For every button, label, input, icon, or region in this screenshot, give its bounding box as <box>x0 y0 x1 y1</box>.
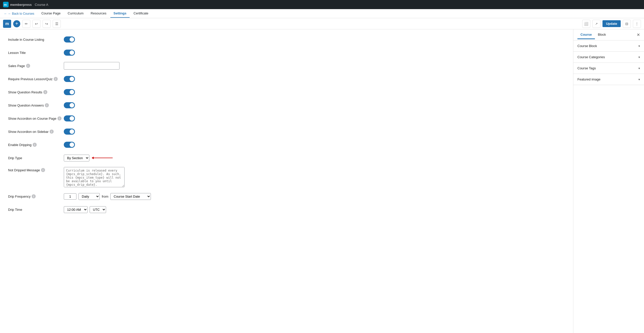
course-title: Course A <box>35 3 48 7</box>
redo-button[interactable]: ↪ <box>43 20 51 28</box>
tab-certificate[interactable]: Certificate <box>131 9 152 18</box>
include-course-listing-toggle[interactable] <box>64 36 75 43</box>
from-label: from <box>102 195 108 198</box>
drip-type-select[interactable]: By Section By Lesson By Date <box>64 155 89 161</box>
show-accordion-course-label: Show Accordion on Course Page i <box>8 116 64 120</box>
add-block-button[interactable]: + <box>13 20 20 27</box>
require-previous-info-icon[interactable]: i <box>54 77 58 81</box>
not-dripped-message-textarea[interactable]: Curriculum is released every {mpcs_drip_… <box>64 167 125 187</box>
lesson-title-row: Lesson Title <box>8 49 565 57</box>
course-block-section-label: Course Block <box>577 44 597 48</box>
show-question-answers-control <box>64 102 75 108</box>
show-accordion-sidebar-row: Show Accordion on Sidebar i <box>8 128 565 136</box>
sidebar-section-course-categories: Course Categories ▾ <box>573 52 644 63</box>
svg-text:m: m <box>4 3 7 7</box>
more-options-button[interactable]: ⋮ <box>633 20 641 28</box>
sidebar-section-course-block: Course Block ▾ <box>573 40 644 52</box>
not-dripped-message-row: Not Dripped Message i Curriculum is rele… <box>8 167 565 187</box>
sidebar-tab-block[interactable]: Block <box>595 31 609 39</box>
edit-pen-button[interactable]: ✏ <box>22 20 30 28</box>
require-previous-label: Require Previous Lesson/Quiz i <box>8 77 64 81</box>
drip-type-control: By Section By Lesson By Date <box>64 155 113 161</box>
drip-frequency-control: Daily Weekly Monthly from Course Start D… <box>64 193 151 200</box>
show-accordion-course-control <box>64 115 75 121</box>
sales-page-info-icon[interactable]: i <box>26 64 30 68</box>
drip-time-control: 12:00 AM 1:00 AM 2:00 AM UTC EST PST <box>64 206 106 213</box>
course-tags-section-header[interactable]: Course Tags ▾ <box>573 63 644 74</box>
show-question-results-label: Show Question Results i <box>8 90 64 94</box>
show-accordion-course-info-icon[interactable]: i <box>57 116 62 120</box>
enable-dripping-row: Enable Dripping i <box>8 141 565 149</box>
drip-frequency-info-icon[interactable]: i <box>32 194 36 198</box>
not-dripped-message-label: Not Dripped Message i <box>8 167 64 172</box>
external-link-icon[interactable]: ↗ <box>592 20 600 28</box>
not-dripped-message-info-icon[interactable]: i <box>41 168 45 172</box>
drip-time-row: Drip Time 12:00 AM 1:00 AM 2:00 AM UTC E… <box>8 205 565 214</box>
course-block-chevron-icon: ▾ <box>638 44 640 48</box>
drip-time-select[interactable]: 12:00 AM 1:00 AM 2:00 AM <box>64 206 88 213</box>
require-previous-control <box>64 76 75 82</box>
course-block-section-header[interactable]: Course Block ▾ <box>573 40 644 51</box>
drip-frequency-period-select[interactable]: Daily Weekly Monthly <box>78 193 100 200</box>
course-categories-section-header[interactable]: Course Categories ▾ <box>573 52 644 63</box>
tab-resources[interactable]: Resources <box>88 9 109 18</box>
sidebar-section-featured-image: Featured image ▾ <box>573 74 644 85</box>
main-layout: Include in Course Listing Lesson Title <box>0 29 644 333</box>
show-question-results-row: Show Question Results i <box>8 88 565 96</box>
undo-button[interactable]: ↩ <box>32 20 41 28</box>
editor-toolbar: m + ✏ ↩ ↪ ☰ ⬜ ↗ Update ⊟ ⋮ <box>0 18 644 29</box>
course-tags-section-label: Course Tags <box>577 66 596 70</box>
preview-desktop-icon[interactable]: ⬜ <box>582 20 590 28</box>
enable-dripping-control <box>64 142 75 148</box>
sidebar-tab-course[interactable]: Course <box>577 31 595 39</box>
show-accordion-sidebar-info-icon[interactable]: i <box>50 130 54 134</box>
show-question-results-control <box>64 89 75 95</box>
drip-timezone-select[interactable]: UTC EST PST <box>90 206 106 213</box>
include-course-listing-label: Include in Course Listing <box>8 38 64 41</box>
include-course-listing-control <box>64 36 75 43</box>
toolbar-right: ⬜ ↗ Update ⊟ ⋮ <box>582 20 641 28</box>
course-categories-chevron-icon: ▾ <box>638 55 640 59</box>
show-accordion-sidebar-toggle[interactable] <box>64 129 75 135</box>
drip-type-label: Drip Type <box>8 156 64 160</box>
tab-settings[interactable]: Settings <box>110 9 129 18</box>
drip-frequency-row: Drip Frequency i Daily Weekly Monthly fr… <box>8 192 565 200</box>
brand-name: memberpress <box>10 3 32 7</box>
drip-frequency-number-input[interactable] <box>64 193 76 200</box>
show-question-results-toggle[interactable] <box>64 89 75 95</box>
show-question-answers-toggle[interactable] <box>64 102 75 108</box>
include-course-listing-row: Include in Course Listing <box>8 35 565 44</box>
show-question-answers-info-icon[interactable]: i <box>45 103 49 107</box>
featured-image-section-label: Featured image <box>577 77 600 81</box>
show-question-answers-label: Show Question Answers i <box>8 103 64 107</box>
back-arrow-icon: ← <box>4 12 7 15</box>
show-question-results-info-icon[interactable]: i <box>43 90 47 94</box>
require-previous-toggle[interactable] <box>64 76 75 82</box>
tab-course-page[interactable]: Course Page <box>38 9 64 18</box>
sidebar-section-course-tags: Course Tags ▾ <box>573 63 644 74</box>
show-accordion-course-toggle[interactable] <box>64 115 75 121</box>
settings-panel: Include in Course Listing Lesson Title <box>0 29 573 333</box>
drip-frequency-start-select[interactable]: Course Start Date Enrollment Date Fixed … <box>110 193 151 200</box>
back-to-courses-link[interactable]: ← ← Back to Courses <box>4 12 34 15</box>
wp-logo-button[interactable]: m <box>3 20 11 28</box>
show-accordion-course-row: Show Accordion on Course Page i <box>8 114 565 122</box>
tab-curriculum[interactable]: Curriculum <box>65 9 87 18</box>
admin-logo: m memberpress <box>3 2 32 7</box>
featured-image-section-header[interactable]: Featured image ▾ <box>573 74 644 85</box>
enable-dripping-toggle[interactable] <box>64 142 75 148</box>
back-link-text: ← Back to Courses <box>8 12 34 15</box>
drip-frequency-label: Drip Frequency i <box>8 194 64 198</box>
list-view-button[interactable]: ☰ <box>53 20 61 28</box>
settings-sidebar-toggle[interactable]: ⊟ <box>623 20 631 28</box>
sidebar-close-button[interactable]: ✕ <box>637 32 640 37</box>
sales-page-input[interactable] <box>64 62 119 70</box>
sales-page-control <box>64 62 119 70</box>
enable-dripping-label: Enable Dripping i <box>8 143 64 147</box>
enable-dripping-info-icon[interactable]: i <box>33 143 37 147</box>
lesson-title-toggle[interactable] <box>64 50 75 56</box>
sidebar-header: Course Block ✕ <box>573 29 644 40</box>
lesson-title-control <box>64 50 75 56</box>
lesson-title-label: Lesson Title <box>8 51 64 55</box>
update-button[interactable]: Update <box>602 20 621 27</box>
